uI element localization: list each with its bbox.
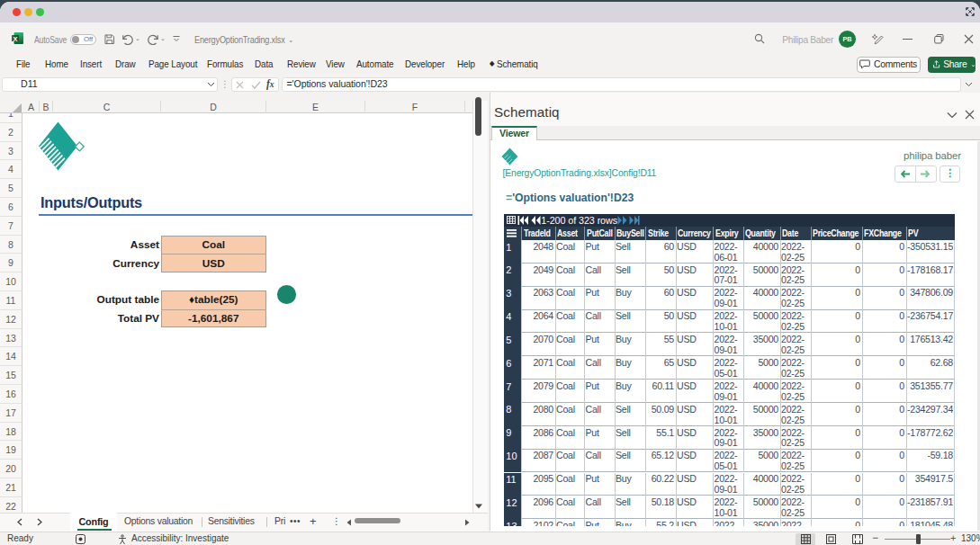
svg-text:X: X: [13, 35, 17, 43]
